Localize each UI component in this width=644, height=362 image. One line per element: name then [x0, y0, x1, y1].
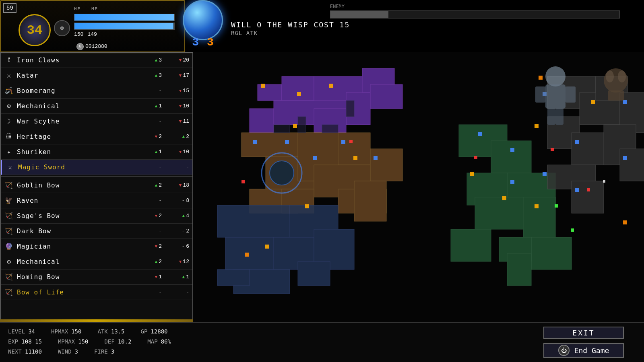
item-icon: 🏹: [4, 181, 14, 190]
spell-name: WILL O THE WISP COST 15: [231, 21, 350, 29]
item-stat1: ▲1: [138, 149, 162, 155]
svg-rect-50: [298, 117, 306, 133]
exit-panel: EXIT ⏻ End Game: [523, 323, 644, 362]
item-icon: ✦: [4, 147, 14, 157]
svg-rect-69: [341, 140, 345, 144]
svg-rect-54: [261, 84, 265, 88]
item-stat1: ▼2: [138, 134, 162, 140]
item-icon: ☽: [4, 117, 14, 126]
item-stat2: -: [165, 164, 189, 170]
item-icon: 🦅: [4, 196, 14, 206]
atk-key: ATK: [97, 327, 107, 337]
avatar: 34: [19, 14, 51, 46]
list-item[interactable]: ☽War Scythe-▼11: [1, 114, 192, 129]
gold-icon: G: [76, 43, 84, 50]
item-stat1: ▲3: [138, 57, 162, 63]
svg-rect-68: [313, 156, 317, 160]
spell-sub: RGL ATK: [231, 30, 350, 36]
stat-fire: FIRE 3: [94, 347, 114, 357]
def-val: 10.2: [118, 337, 132, 347]
svg-rect-37: [507, 253, 531, 286]
exp-val: 108 15: [21, 337, 42, 347]
item-stat1: ▲2: [138, 182, 162, 188]
atk-val: 13.5: [111, 327, 125, 337]
item-stat2: ▼10: [165, 149, 189, 155]
svg-rect-89: [603, 180, 605, 183]
item-name: Raven: [17, 197, 134, 204]
list-item[interactable]: ⚙Mechanical▲2▼12: [1, 254, 192, 269]
list-item[interactable]: 🏹Goblin Bow▲2▼18: [1, 178, 192, 193]
end-game-button[interactable]: ⏻ End Game: [543, 343, 624, 358]
bars-area: HP MP 150 149 G 0012880: [74, 6, 175, 50]
svg-rect-58: [353, 156, 357, 160]
skill-badges: 3 3: [192, 36, 214, 49]
gp-key: GP: [140, 327, 147, 337]
list-item[interactable]: ⚙Mechanical▲1▼10: [1, 99, 192, 114]
item-stat2: ▲4: [165, 213, 189, 219]
item-stat1: -: [138, 289, 162, 295]
svg-rect-67: [285, 140, 289, 144]
svg-rect-26: [298, 261, 330, 286]
list-item[interactable]: 🔮Magician▼2-6: [1, 239, 192, 254]
svg-rect-80: [242, 180, 245, 183]
svg-rect-85: [539, 76, 543, 80]
section-divider: [1, 176, 192, 177]
stats-row-3: NEXT 11100 WIND 3 FIRE 3: [8, 347, 515, 357]
item-stat2: ▲1: [165, 274, 189, 280]
svg-rect-2: [282, 76, 314, 101]
svg-rect-71: [478, 132, 482, 136]
item-icon: 🏹: [4, 226, 14, 236]
svg-rect-73: [510, 180, 514, 184]
svg-rect-65: [535, 204, 539, 208]
svg-rect-84: [587, 188, 590, 191]
magic-orb: [183, 0, 223, 40]
level-key: LEVEL: [8, 327, 25, 337]
list-item[interactable]: 🏹Dark Bow--2: [1, 224, 192, 239]
list-item[interactable]: ⚔Katar▲3▼17: [1, 68, 192, 83]
svg-rect-47: [572, 181, 604, 213]
list-item[interactable]: 🗡Iron Claws▲3▼20: [1, 53, 192, 68]
svg-rect-70: [374, 156, 378, 160]
item-stat1: -: [138, 197, 162, 204]
svg-point-53: [270, 161, 294, 185]
svg-rect-32: [475, 197, 531, 229]
list-item[interactable]: 🪃Boomerang-▼15: [1, 83, 192, 99]
list-item[interactable]: 🦅Raven--8: [1, 193, 192, 208]
stat-atk: ATK 13.5: [97, 327, 124, 337]
item-name: Mechanical: [17, 258, 134, 265]
stat-level: LEVEL 34: [8, 327, 35, 337]
skill-badge-1: 3: [192, 36, 199, 49]
mp-value: 149: [87, 31, 97, 37]
hp-mp-values: 150 149: [74, 31, 175, 37]
hud: 59 34 ⊗ HP MP 150 149 G 0012880: [0, 0, 644, 52]
svg-rect-51: [274, 125, 290, 133]
list-item[interactable]: 🏹Bow of Life--: [1, 285, 192, 300]
level-badge: 59: [3, 3, 17, 13]
item-stat2: ▼18: [165, 182, 189, 188]
item-name: Sage's Bow: [17, 212, 134, 220]
svg-rect-8: [370, 84, 402, 109]
level-val: 34: [28, 327, 35, 337]
item-stat1: ▲3: [138, 72, 162, 78]
item-stat1: -: [138, 164, 162, 170]
exit-button[interactable]: EXIT: [543, 327, 624, 339]
fire-key: FIRE: [94, 347, 108, 357]
svg-rect-60: [265, 245, 269, 249]
spell-info: WILL O THE WISP COST 15 RGL ATK: [231, 21, 350, 36]
item-stat1: ▲1: [138, 103, 162, 109]
stat-next: NEXT 11100: [8, 347, 42, 357]
item-icon: ⚔: [5, 162, 15, 172]
list-item[interactable]: 🏹Sage's Bow▼2▲4: [1, 208, 192, 224]
svg-rect-78: [543, 172, 547, 176]
list-item[interactable]: ⚔Magic Sword--: [1, 160, 192, 175]
svg-rect-76: [623, 100, 627, 104]
list-item[interactable]: ✦Shuriken▲1▼10: [1, 144, 192, 160]
svg-rect-75: [575, 140, 579, 144]
svg-rect-90: [555, 204, 558, 208]
item-name: Homing Bow: [17, 273, 134, 281]
stat-wind: WIND 3: [58, 347, 78, 357]
list-item[interactable]: 🏹Homing Bow▼1▲1: [1, 269, 192, 285]
list-item[interactable]: 🏛Heritage▼2▲2: [1, 129, 192, 144]
gold-value: 0012880: [85, 43, 107, 49]
svg-rect-77: [623, 156, 627, 160]
